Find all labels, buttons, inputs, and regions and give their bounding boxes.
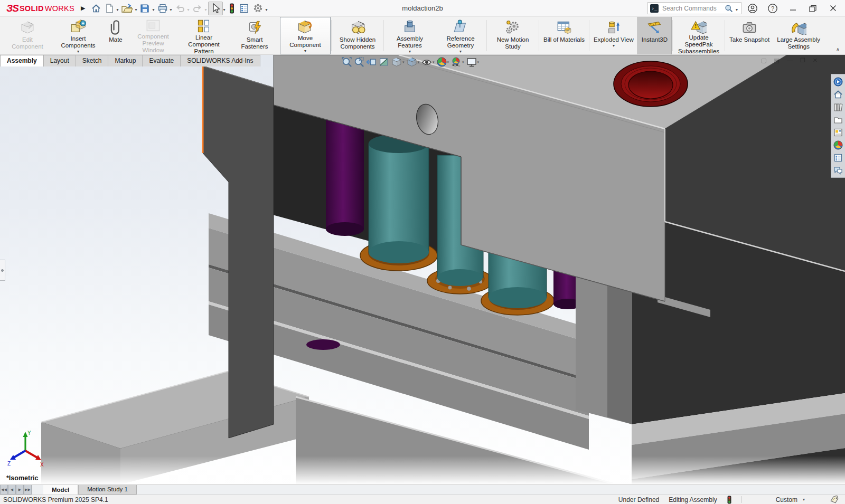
print-button[interactable] bbox=[156, 2, 170, 15]
custom-properties-button[interactable] bbox=[832, 151, 844, 164]
document-properties-button[interactable] bbox=[237, 2, 251, 15]
previous-tab-button[interactable]: ◀ bbox=[8, 485, 16, 495]
undo-button[interactable] bbox=[173, 2, 187, 15]
ribbon-take-snapshot[interactable]: Take Snapshot bbox=[726, 17, 773, 54]
chevron-down-icon[interactable]: ▾ bbox=[135, 7, 137, 12]
ribbon-show-hidden-components[interactable]: Show Hidden Components bbox=[332, 17, 383, 54]
chevron-down-icon[interactable]: ▾ bbox=[462, 60, 464, 64]
menu-flyout-icon[interactable]: ▶ bbox=[81, 5, 85, 12]
apply-scene-button[interactable]: ▾ bbox=[450, 56, 465, 68]
chevron-down-icon[interactable]: ▾ bbox=[736, 7, 738, 12]
close-button[interactable] bbox=[824, 1, 842, 16]
ribbon-large-assembly-settings[interactable]: Large Assembly Settings bbox=[773, 17, 824, 54]
home-button[interactable] bbox=[89, 2, 103, 15]
ribbon-linear-component-pattern[interactable]: Linear Component Pattern ▾ bbox=[179, 17, 229, 54]
chevron-down-icon[interactable]: ▾ bbox=[803, 497, 805, 502]
tab-assembly[interactable]: Assembly bbox=[0, 55, 44, 66]
options-button[interactable] bbox=[251, 2, 265, 15]
performance-traffic-light-icon[interactable] bbox=[727, 496, 732, 504]
view-orientation-button[interactable]: ▾ bbox=[391, 56, 405, 68]
solidworks-logo[interactable]: ЗS SOLIDWORKS bbox=[0, 3, 80, 14]
open-button[interactable] bbox=[119, 2, 134, 15]
search-input[interactable] bbox=[661, 4, 722, 13]
doc-minimize-icon[interactable]: — bbox=[787, 57, 793, 64]
tab-splitter[interactable] bbox=[32, 485, 43, 495]
select-tool-button[interactable] bbox=[208, 2, 223, 15]
tab-layout[interactable]: Layout bbox=[44, 55, 76, 66]
ejector-pin-purple-hidden[interactable] bbox=[306, 339, 340, 350]
design-library-button[interactable] bbox=[832, 101, 844, 113]
new-document-button[interactable] bbox=[103, 2, 116, 15]
zoom-to-fit-button[interactable] bbox=[341, 56, 352, 68]
restore-button[interactable] bbox=[804, 1, 822, 16]
tab-model[interactable]: Model bbox=[43, 485, 78, 495]
doc-page-icon[interactable]: ▤ bbox=[774, 57, 780, 64]
ribbon-update-speedpak[interactable]: ! Update SpeedPak Subassemblies bbox=[673, 17, 724, 54]
edit-appearance-button[interactable]: ▾ bbox=[436, 56, 450, 68]
chevron-down-icon[interactable]: ▾ bbox=[433, 60, 435, 64]
solidworks-forum-button[interactable] bbox=[832, 164, 844, 176]
chevron-down-icon[interactable]: ▾ bbox=[116, 7, 118, 12]
ribbon-exploded-view[interactable]: Exploded View ▾ bbox=[590, 17, 637, 54]
last-tab-button[interactable]: ▶▶ bbox=[24, 485, 32, 495]
ribbon-insert-components[interactable]: Insert Components ▾ bbox=[53, 17, 104, 54]
search-icon[interactable] bbox=[725, 4, 733, 12]
chevron-down-icon[interactable]: ▾ bbox=[77, 50, 79, 54]
help-button[interactable]: ? bbox=[764, 1, 782, 16]
ribbon-instant3d[interactable]: Instant3D bbox=[637, 17, 672, 54]
chevron-down-icon[interactable]: ▾ bbox=[409, 50, 411, 54]
doc-new-window-icon[interactable]: ▢ bbox=[761, 57, 766, 64]
appearances-scenes-button[interactable] bbox=[832, 139, 844, 151]
chevron-down-icon[interactable]: ▾ bbox=[266, 7, 268, 12]
home-tab-button[interactable] bbox=[832, 88, 844, 100]
chevron-down-icon[interactable]: ▾ bbox=[459, 50, 462, 54]
user-profile-button[interactable] bbox=[744, 1, 762, 16]
display-style-button[interactable]: ▾ bbox=[406, 56, 420, 68]
minimize-button[interactable] bbox=[784, 1, 802, 16]
tab-evaluate[interactable]: Evaluate bbox=[143, 55, 181, 66]
chevron-down-icon[interactable]: ▾ bbox=[477, 60, 480, 64]
chevron-down-icon[interactable]: ▾ bbox=[304, 49, 306, 53]
support-pillar-teal-1[interactable] bbox=[369, 134, 429, 263]
doc-restore-icon[interactable]: ❐ bbox=[800, 57, 805, 64]
ribbon-bill-of-materials[interactable]: Bill of Materials bbox=[540, 17, 588, 54]
ribbon-assembly-features[interactable]: Assembly Features ▾ bbox=[384, 17, 435, 54]
locating-ring[interactable] bbox=[614, 61, 688, 107]
collapse-ribbon-icon[interactable]: ∧ bbox=[836, 46, 840, 52]
feature-manager-collapsed-handle[interactable] bbox=[0, 260, 5, 281]
ribbon-reference-geometry[interactable]: Reference Geometry ▾ bbox=[435, 17, 486, 54]
ejector-pin-purple-1[interactable] bbox=[326, 111, 364, 236]
chevron-down-icon[interactable]: ▾ bbox=[402, 60, 405, 64]
status-unit-system[interactable]: Custom bbox=[776, 496, 797, 503]
zoom-to-area-button[interactable] bbox=[353, 56, 364, 68]
chevron-down-icon[interactable]: ▾ bbox=[447, 60, 449, 64]
section-view-button[interactable] bbox=[378, 56, 390, 68]
view-palette-button[interactable] bbox=[832, 126, 844, 138]
chevron-down-icon[interactable]: ▾ bbox=[418, 60, 420, 64]
performance-evaluation-button[interactable] bbox=[227, 2, 237, 15]
chevron-down-icon[interactable]: ▾ bbox=[613, 44, 615, 48]
save-button[interactable] bbox=[138, 2, 152, 15]
tab-markup[interactable]: Markup bbox=[108, 55, 143, 66]
file-explorer-button[interactable] bbox=[832, 113, 844, 126]
redo-button[interactable] bbox=[191, 2, 204, 15]
tab-sketch[interactable]: Sketch bbox=[76, 55, 109, 66]
chevron-down-icon[interactable]: ▾ bbox=[152, 7, 154, 12]
search-commands-box[interactable]: ›_ ▾ bbox=[647, 2, 741, 14]
first-tab-button[interactable]: ◀◀ bbox=[0, 485, 8, 495]
ribbon-new-motion-study[interactable]: New Motion Study bbox=[487, 17, 538, 54]
next-tab-button[interactable]: ▶ bbox=[16, 485, 24, 495]
ribbon-smart-fasteners[interactable]: Smart Fasteners bbox=[229, 17, 280, 54]
solidworks-resources-button[interactable] bbox=[832, 75, 844, 88]
hide-show-items-button[interactable]: ▾ bbox=[421, 57, 435, 68]
tab-solidworks-add-ins[interactable]: SOLIDWORKS Add-Ins bbox=[181, 55, 260, 66]
ribbon-mate[interactable]: Mate bbox=[104, 17, 128, 54]
tab-motion-study-1[interactable]: Motion Study 1 bbox=[78, 485, 137, 495]
previous-view-button[interactable] bbox=[365, 56, 377, 68]
chevron-down-icon[interactable]: ▾ bbox=[223, 7, 226, 12]
doc-close-icon[interactable]: ✕ bbox=[813, 57, 818, 64]
riser-block[interactable] bbox=[576, 277, 632, 424]
3d-viewport-model[interactable] bbox=[0, 55, 845, 484]
tag-icon[interactable] bbox=[829, 496, 840, 504]
ribbon-move-component[interactable]: Move Component ▾ bbox=[280, 17, 331, 54]
